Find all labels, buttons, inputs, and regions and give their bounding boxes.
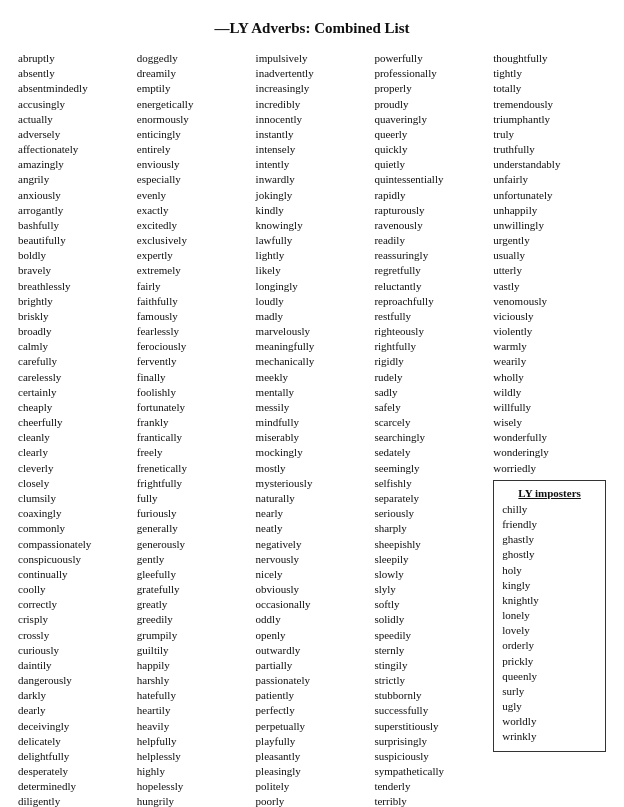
list-item: jokingly [256,188,369,203]
list-item: sternly [374,643,487,658]
list-item: kindly [256,203,369,218]
list-item: sharply [374,521,487,536]
list-item: violently [493,324,606,339]
list-item: nearly [256,506,369,521]
list-item: exclusively [137,233,250,248]
list-item: warmly [493,339,606,354]
list-item: increasingly [256,81,369,96]
list-item: guiltily [137,643,250,658]
list-item: suspiciously [374,749,487,764]
list-item: intensely [256,142,369,157]
list-item: obviously [256,582,369,597]
imposter-item: orderly [502,638,597,653]
list-item: darkly [18,688,131,703]
list-item: sedately [374,445,487,460]
list-item: amazingly [18,157,131,172]
list-item: nervously [256,552,369,567]
list-item: frenetically [137,461,250,476]
imposter-item: ghastly [502,532,597,547]
main-content: abruptlyabsentlyabsentmindedlyaccusingly… [15,51,609,807]
list-item: urgently [493,233,606,248]
list-item: selfishly [374,476,487,491]
list-item: deceivingly [18,719,131,734]
list-item: cleanly [18,430,131,445]
list-item: sheepishly [374,537,487,552]
list-item: mindfully [256,415,369,430]
list-item: stingily [374,658,487,673]
list-item: calmly [18,339,131,354]
list-item: expertly [137,248,250,263]
list-item: carelessly [18,370,131,385]
list-item: safely [374,400,487,415]
list-item: hungrily [137,794,250,807]
list-item: fairly [137,279,250,294]
list-item: separately [374,491,487,506]
list-item: curiously [18,643,131,658]
imposters-box: LY imposters chillyfriendlyghastlyghostl… [493,480,606,752]
list-item: compassionately [18,537,131,552]
list-item: rudely [374,370,487,385]
list-item: grumpily [137,628,250,643]
list-item: pleasingly [256,764,369,779]
list-item: miserably [256,430,369,445]
list-item: arrogantly [18,203,131,218]
list-item: helplessly [137,749,250,764]
page-title: —LY Adverbs: Combined List [15,20,609,37]
list-item: foolishly [137,385,250,400]
list-item: pleasantly [256,749,369,764]
imposter-item: lonely [502,608,597,623]
list-item: coolly [18,582,131,597]
list-item: clumsily [18,491,131,506]
list-item: heavily [137,719,250,734]
list-item: wildly [493,385,606,400]
list-item: intently [256,157,369,172]
list-item: openly [256,628,369,643]
list-item: correctly [18,597,131,612]
imposter-item: friendly [502,517,597,532]
list-item: stubbornly [374,688,487,703]
list-item: faithfully [137,294,250,309]
list-item: powerfully [374,51,487,66]
list-item: cheaply [18,400,131,415]
list-item: politely [256,779,369,794]
list-item: delicately [18,734,131,749]
list-item: unhappily [493,203,606,218]
list-item: messily [256,400,369,415]
list-item: surprisingly [374,734,487,749]
list-item: totally [493,81,606,96]
list-item: wearily [493,354,606,369]
list-item: restfully [374,309,487,324]
imposter-item: knightly [502,593,597,608]
list-item: fully [137,491,250,506]
list-item: worriedly [493,461,606,476]
list-item: knowingly [256,218,369,233]
list-item: readily [374,233,487,248]
list-item: loudly [256,294,369,309]
list-item: furiously [137,506,250,521]
list-item: enticingly [137,127,250,142]
list-item: excitedly [137,218,250,233]
list-item: fearlessly [137,324,250,339]
list-item: instantly [256,127,369,142]
imposter-item: holy [502,563,597,578]
list-item: understandably [493,157,606,172]
list-item: rightfully [374,339,487,354]
list-item: wonderfully [493,430,606,445]
list-item: sympathetically [374,764,487,779]
list-item: wisely [493,415,606,430]
list-item: sleepily [374,552,487,567]
list-item: doggedly [137,51,250,66]
list-item: helpfully [137,734,250,749]
imposter-item: chilly [502,502,597,517]
list-item: emptily [137,81,250,96]
list-item: highly [137,764,250,779]
list-item: accusingly [18,97,131,112]
imposter-item: ugly [502,699,597,714]
list-item: brightly [18,294,131,309]
list-item: evenly [137,188,250,203]
list-item: innocently [256,112,369,127]
list-item: searchingly [374,430,487,445]
list-item: anxiously [18,188,131,203]
list-item: briskly [18,309,131,324]
list-item: seemingly [374,461,487,476]
